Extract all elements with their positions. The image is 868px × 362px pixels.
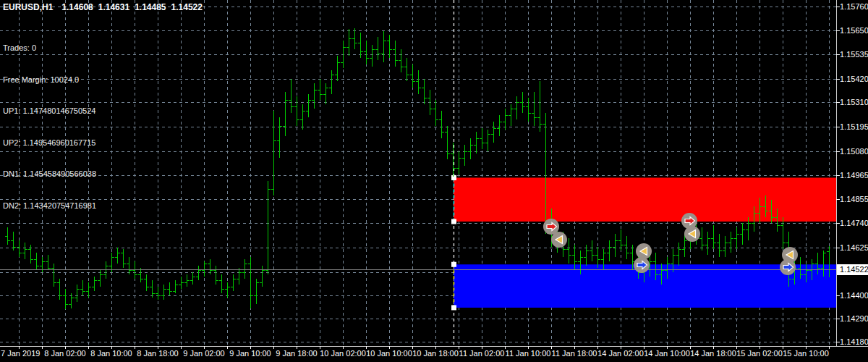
mt4-chart-window: EURUSD,H11.146081.146311.144851.14522 Tr… (0, 0, 868, 362)
buy-marker[interactable] (634, 257, 650, 273)
price-axis-label: 1.15650 (840, 26, 868, 35)
symbol-timeframe-label: EURUSD,H1 (3, 2, 53, 12)
time-axis-label: 14 Jan 02:00 (597, 349, 644, 358)
time-axis-label: 9 Jan 02:00 (183, 349, 225, 358)
price-axis-label: 1.14740 (840, 219, 868, 227)
time-axis-label: 15 Jan 10:00 (783, 349, 829, 358)
buy-marker[interactable] (780, 259, 796, 275)
chart-canvas[interactable] (0, 0, 868, 362)
price-axis-label: 1.14965 (840, 171, 868, 180)
current-price-badge: 1.14522 (837, 264, 868, 275)
time-axis-label: 8 Jan 18:00 (137, 349, 179, 358)
selection-handle[interactable] (451, 305, 456, 310)
price-axis-label: 1.14855 (840, 195, 868, 203)
time-axis-label: 11 Jan 18:00 (552, 349, 597, 358)
price-axis-label: 1.14625 (840, 243, 868, 252)
trades-count-label: Trades: 0 (3, 43, 96, 54)
price-axis-label: 1.14400 (840, 291, 868, 300)
time-axis-label: 10 Jan 02:00 (320, 349, 366, 358)
exit-marker[interactable] (636, 243, 652, 259)
dn2-level-label: DN2: 1.143420754716981 (3, 201, 96, 211)
time-axis-label: 9 Jan 10:00 (229, 349, 271, 358)
selection-handle[interactable] (451, 219, 456, 224)
time-axis-label: 7 Jan 2019 (1, 349, 40, 358)
time-axis-label: 9 Jan 18:00 (276, 349, 318, 358)
ohlc-high-value: 1.14631 (98, 2, 129, 12)
time-axis-label: 14 Jan 10:00 (644, 349, 690, 358)
dn1-level-label: DN1: 1.145458490566038 (3, 169, 96, 180)
up1-level-label: UP1: 1.147480146750524 (3, 106, 96, 117)
free-margin-label: Free Margin: 10024.0 (3, 75, 96, 85)
price-axis-label: 1.15535 (840, 50, 868, 59)
time-axis-label: 8 Jan 02:00 (44, 349, 86, 358)
time-axis-label: 8 Jan 10:00 (90, 349, 132, 358)
price-axis-label: 1.14290 (840, 314, 868, 323)
time-axis-label: 15 Jan 02:00 (736, 349, 783, 358)
time-axis-label: 10 Jan 18:00 (412, 349, 459, 358)
price-axis-label: 1.15080 (840, 147, 868, 156)
time-axis-label: 11 Jan 02:00 (459, 349, 505, 358)
exit-marker[interactable] (551, 232, 567, 248)
up2-level-label: UP2: 1.149546960167715 (3, 138, 96, 148)
chart-title: EURUSD,H11.146081.146311.144851.14522 (3, 2, 208, 12)
price-axis-label: 1.15420 (840, 75, 868, 83)
exit-marker[interactable] (684, 226, 700, 242)
price-axis-label: 1.15310 (840, 98, 868, 106)
price-axis-label: 1.14180 (840, 337, 868, 346)
price-axis-label: 1.15760 (840, 2, 868, 11)
selection-handle[interactable] (451, 262, 456, 267)
time-axis-label: 11 Jan 10:00 (506, 349, 551, 358)
time-axis-label: 14 Jan 18:00 (690, 349, 736, 358)
ohlc-close-value: 1.14522 (171, 2, 203, 12)
ea-comment-panel: Trades: 0 Free Margin: 10024.0 UP1: 1.14… (3, 22, 96, 232)
supply-zone-rect[interactable] (454, 177, 837, 222)
ohlc-open-value: 1.14608 (61, 2, 93, 12)
ohlc-low-value: 1.14485 (135, 2, 166, 12)
price-axis-label: 1.15195 (840, 122, 868, 131)
selection-handle[interactable] (451, 175, 456, 180)
time-axis-label: 10 Jan 10:00 (366, 349, 412, 358)
